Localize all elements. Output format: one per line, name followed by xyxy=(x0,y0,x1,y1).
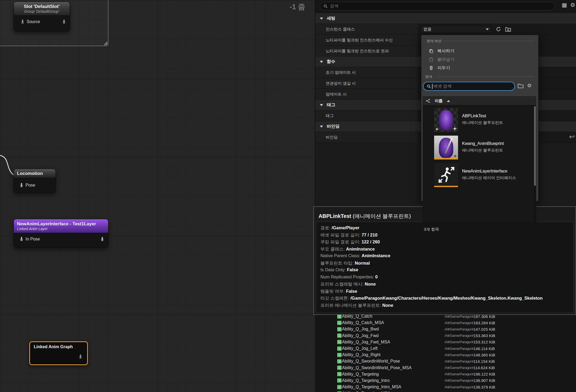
tag-label: 태그 xyxy=(315,110,418,121)
chevron-down-icon xyxy=(320,18,323,20)
locomotion-node[interactable]: Locomotion Pose xyxy=(14,169,56,193)
trash-icon xyxy=(429,66,434,70)
pose-pin-icon xyxy=(78,354,83,359)
anim-asset-icon xyxy=(337,327,342,331)
grid-view-icon[interactable]: ▦ xyxy=(562,2,567,8)
asset-name: Ability_Q_Targeting_MSA xyxy=(342,391,444,392)
linked-anim-graph-pin[interactable] xyxy=(78,354,83,359)
asset-thumbnail xyxy=(434,108,458,132)
tooltip-asset-type: (애니메이션 블루프린트) xyxy=(351,213,411,219)
asset-row[interactable]: Ability_Q_Jog_Fwd_MSA/All/Game/ParagonKw… xyxy=(315,339,576,345)
copy-label: 복사하기 xyxy=(437,48,454,54)
slot-node-subtitle: Group 'DefaultGroup' xyxy=(17,9,66,14)
asset-name: Ability_Q_SwordInWorld_Pose_MSA xyxy=(342,365,444,370)
asset-row[interactable]: Ability_Q_Catch_MSA/All/Game/ParagonKwa1… xyxy=(315,320,576,326)
asset-search-box[interactable] xyxy=(423,82,515,91)
asset-path: /All/Game/ParagonKwa xyxy=(444,353,473,357)
search-icon xyxy=(427,84,431,89)
name-column-header[interactable]: 이름 xyxy=(435,98,443,104)
asset-row[interactable]: Ability_Q_SwordInWorld_Pose/All/Game/Par… xyxy=(315,358,576,364)
section-tag-label: 태그 xyxy=(327,102,335,108)
asset-row[interactable]: Ability_Q_Jog_Right/All/Game/ParagonKwa1… xyxy=(315,352,576,358)
asset-row[interactable]: Ability_Q_Jog_Bwd/All/Game/ParagonKwa147… xyxy=(315,326,576,332)
asset-search-input[interactable] xyxy=(433,84,514,89)
asset-thumbnail xyxy=(434,136,458,160)
anim-graph-canvas[interactable]: -1 줌 Slot 'DefaultSlot' Group 'DefaultGr… xyxy=(0,0,315,392)
asset-row[interactable]: Ability_Q_Targeting/All/Game/ParagonKwa1… xyxy=(315,371,576,377)
details-settings-gear-icon[interactable]: ⚙ xyxy=(570,2,575,8)
asset-row[interactable]: Ability_Q_Jog_Left/All/Game/ParagonKwa14… xyxy=(315,345,576,352)
instance-class-label: 인스턴스 클래스 xyxy=(315,24,418,35)
asset-path: /All/Game/ParagonKwa xyxy=(444,340,473,344)
anim-asset-icon xyxy=(337,372,342,376)
asset-item-type: 애니메이션 블루프린트 xyxy=(462,120,503,125)
instance-class-combo[interactable]: 없음 xyxy=(421,25,492,33)
anim-layer-output-pin[interactable] xyxy=(100,237,105,242)
folder-icon[interactable] xyxy=(518,83,524,89)
slot-source-pin[interactable]: Source xyxy=(20,19,40,24)
asset-path: /All/Game/ParagonKwa xyxy=(444,315,473,318)
scrollbar[interactable] xyxy=(534,106,536,222)
tooltip-line: 프리뷰 애니메이션 블루프린트: None xyxy=(320,303,569,310)
tooltip-line: Num Replicated Properties: 0 xyxy=(320,274,569,282)
anim-asset-icon xyxy=(337,321,342,325)
pose-pin-icon xyxy=(19,237,24,242)
chevron-down-icon xyxy=(320,104,323,106)
pose-pin-icon xyxy=(62,19,66,24)
anim-layer-node[interactable]: NewAnimLayerInterface - Test1Layer Linke… xyxy=(14,219,108,248)
anim-asset-icon xyxy=(337,365,342,370)
locomotion-pose-pin[interactable]: Pose xyxy=(19,183,35,188)
anim-asset-icon xyxy=(337,333,342,338)
instance-class-value: 없음 xyxy=(423,27,431,32)
section-settings[interactable]: 세팅 xyxy=(315,13,576,24)
chevron-down-icon xyxy=(320,126,323,128)
picker-settings-gear-icon[interactable]: ⚙ xyxy=(527,83,532,89)
details-search-box[interactable] xyxy=(320,2,555,10)
use-selected-asset-icon[interactable] xyxy=(495,26,501,32)
item-count-label: 3개 항목 xyxy=(421,222,538,236)
become-relevant-label: 연관성이 생길 시 xyxy=(315,78,418,89)
slot-source-pin-label: Source xyxy=(27,19,40,24)
asset-path: /All/Game/ParagonKwa xyxy=(444,378,473,382)
linked-anim-graph-node[interactable]: Linked Anim Graph xyxy=(29,341,88,365)
section-binding-label: 바인딩 xyxy=(327,124,340,129)
asset-row[interactable]: Ability_Q_Targeting_MSA/All/Game/Paragon… xyxy=(315,390,576,392)
anim-asset-icon xyxy=(337,346,342,351)
resize-handle-icon[interactable] xyxy=(103,40,108,46)
asset-size: 146.114 KiB xyxy=(473,346,495,351)
asset-size: 148.365 KiB xyxy=(473,353,495,357)
asset-item-abplinktest[interactable]: ABPLinkTest 애니메이션 블루프린트 xyxy=(423,106,532,134)
scrollbar-thumb[interactable] xyxy=(534,106,536,186)
asset-path: /All/Game/ParagonKwa xyxy=(444,385,473,389)
asset-name: Ability_Q_Targeting_Intro xyxy=(342,378,444,383)
anim-asset-icon xyxy=(337,385,342,389)
asset-row[interactable]: Ability_Q_Targeting_Intro/All/Game/Parag… xyxy=(315,377,576,384)
slot-output-pin[interactable] xyxy=(62,19,66,24)
browse-to-asset-icon[interactable] xyxy=(505,27,511,32)
anim-asset-icon xyxy=(337,353,342,357)
asset-list-header[interactable]: 이름 xyxy=(423,97,536,105)
menu-item-paste[interactable]: 붙여넣기 xyxy=(421,55,539,64)
asset-item-type: 애니메이션 레이어 인터페이스 xyxy=(462,175,516,180)
slot-node[interactable]: Slot 'DefaultSlot' Group 'DefaultGroup' … xyxy=(14,2,70,31)
in-pose-pin[interactable]: In Pose xyxy=(19,237,40,242)
tooltip-line: 템플릿 여부: False xyxy=(320,288,569,296)
hierarchy-icon[interactable] xyxy=(426,98,430,103)
details-search-input[interactable] xyxy=(330,4,555,8)
menu-item-copy[interactable]: 복사하기 xyxy=(421,47,539,55)
pose-pin-icon xyxy=(19,183,24,188)
return-arrow-icon[interactable]: ↩ xyxy=(569,133,575,141)
asset-item-newanimlayerinterface[interactable]: NewAnimLayerInterface 애니메이션 레이어 인터페이스 xyxy=(423,161,532,189)
unreal-anim-blueprint-editor: -1 줌 Slot 'DefaultSlot' Group 'DefaultGr… xyxy=(0,0,576,392)
asset-item-kwang-animblueprint[interactable]: Kwang_AnimBlueprint 애니메이션 블루프린트 xyxy=(423,134,532,161)
asset-name: Ability_Q_Jog_Fwd_MSA xyxy=(342,340,444,344)
asset-row[interactable]: Ability_Q_Jog_Fwd/All/Game/ParagonKwa153… xyxy=(315,333,576,339)
asset-item-name: NewAnimLayerInterface xyxy=(462,169,507,174)
tooltip-line: 쿠킹 파일 경로 길이: 122 / 260 xyxy=(320,239,569,246)
asset-row[interactable]: Ability_Q_Targeting_Intro_MSA/All/Game/P… xyxy=(315,384,576,390)
asset-row[interactable]: Ability_Q_SwordInWorld_Pose_MSA/All/Game… xyxy=(315,365,576,371)
tooltip-line: 부모 클래스: AnimInstance xyxy=(320,246,569,253)
menu-item-clear[interactable]: 지우기 xyxy=(421,64,539,72)
tooltip-line: 프리뷰 스켈레탈 메시: None xyxy=(320,281,569,288)
paste-label: 붙여넣기 xyxy=(437,57,454,62)
